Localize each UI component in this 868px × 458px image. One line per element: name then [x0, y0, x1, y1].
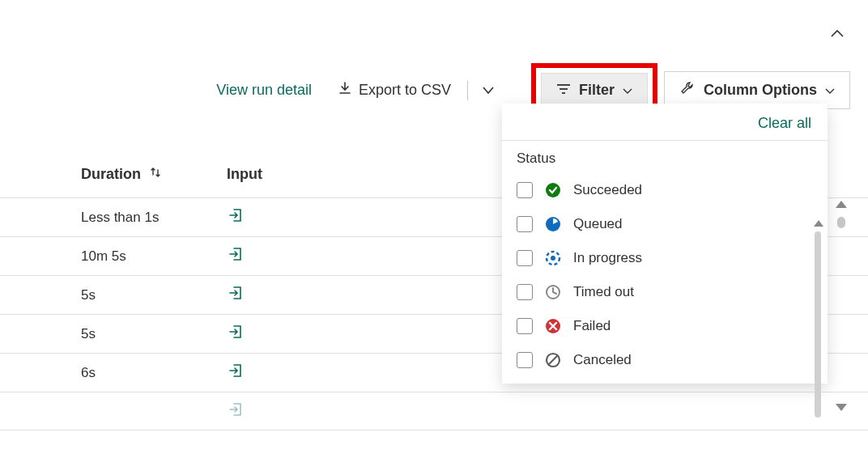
progress-icon: [544, 249, 562, 267]
checkbox[interactable]: [517, 284, 533, 300]
filter-button[interactable]: Filter: [541, 73, 648, 108]
export-csv-button[interactable]: Export to CSV: [328, 74, 461, 106]
checkbox[interactable]: [517, 216, 533, 232]
svg-point-3: [546, 183, 560, 197]
filter-label: Filter: [579, 82, 615, 99]
filter-option-in-progress[interactable]: In progress: [517, 241, 813, 275]
clock-outline-icon: [544, 283, 562, 301]
toolbar-divider: [467, 81, 468, 100]
table-row[interactable]: [0, 392, 868, 430]
scrollbar-thumb[interactable]: [815, 231, 821, 418]
clear-all-row: Clear all: [502, 104, 828, 141]
column-options-label: Column Options: [704, 82, 817, 99]
check-circle-icon: [544, 181, 562, 199]
input-header-label: Input: [227, 166, 262, 182]
duration-cell: Less than 1s: [81, 210, 159, 226]
scrollbar-thumb[interactable]: [837, 217, 845, 228]
filter-option-canceled[interactable]: Canceled: [517, 343, 813, 377]
input-link-icon[interactable]: [211, 401, 868, 422]
chevron-down-icon: [825, 82, 835, 99]
scroll-up-icon[interactable]: [814, 220, 823, 227]
scroll-down-icon[interactable]: [836, 404, 847, 411]
duration-header-label: Duration: [81, 166, 141, 183]
checkbox[interactable]: [517, 250, 533, 266]
duration-cell: 5s: [81, 287, 96, 303]
view-run-detail-link[interactable]: View run detail: [206, 75, 321, 105]
dropdown-scrollbar[interactable]: [815, 230, 823, 458]
chevron-down-icon: [623, 82, 632, 99]
wrench-icon: [679, 80, 696, 100]
svg-line-10: [548, 355, 558, 365]
checkbox[interactable]: [517, 318, 533, 334]
sort-icon: [149, 166, 162, 183]
export-csv-label: Export to CSV: [359, 82, 451, 99]
column-header-duration[interactable]: Duration: [0, 166, 211, 183]
outer-scrollbar[interactable]: [836, 201, 847, 411]
clock-filled-icon: [544, 215, 562, 233]
filter-option-label: Canceled: [573, 352, 632, 368]
filter-option-label: In progress: [573, 250, 642, 266]
filter-option-succeeded[interactable]: Succeeded: [517, 173, 813, 207]
filter-icon: [556, 82, 571, 99]
filter-option-failed[interactable]: Failed: [517, 309, 813, 343]
filter-option-label: Timed out: [573, 284, 634, 300]
checkbox[interactable]: [517, 182, 533, 198]
download-icon: [338, 81, 352, 100]
filter-dropdown-panel: Clear all Status Succeeded Queued In pro…: [502, 104, 828, 384]
filter-section-status-title: Status: [502, 141, 828, 173]
duration-cell: 6s: [81, 365, 96, 381]
svg-point-6: [551, 256, 555, 261]
scroll-up-icon[interactable]: [836, 201, 847, 208]
collapse-chevron-icon[interactable]: [831, 28, 844, 41]
filter-option-label: Succeeded: [573, 182, 642, 198]
ban-icon: [544, 351, 562, 369]
x-circle-icon: [544, 317, 562, 335]
duration-cell: 10m 5s: [81, 248, 126, 265]
duration-cell: 5s: [81, 326, 96, 342]
filter-option-queued[interactable]: Queued: [517, 207, 813, 241]
filter-option-label: Failed: [573, 318, 611, 334]
filter-option-label: Queued: [573, 216, 623, 232]
checkbox[interactable]: [517, 352, 533, 368]
view-run-detail-label: View run detail: [216, 82, 312, 99]
export-chevron-button[interactable]: [474, 80, 502, 101]
filter-option-timed-out[interactable]: Timed out: [517, 275, 813, 309]
filter-status-list: Succeeded Queued In progress Timed out: [502, 173, 828, 377]
clear-all-link[interactable]: Clear all: [758, 115, 811, 131]
